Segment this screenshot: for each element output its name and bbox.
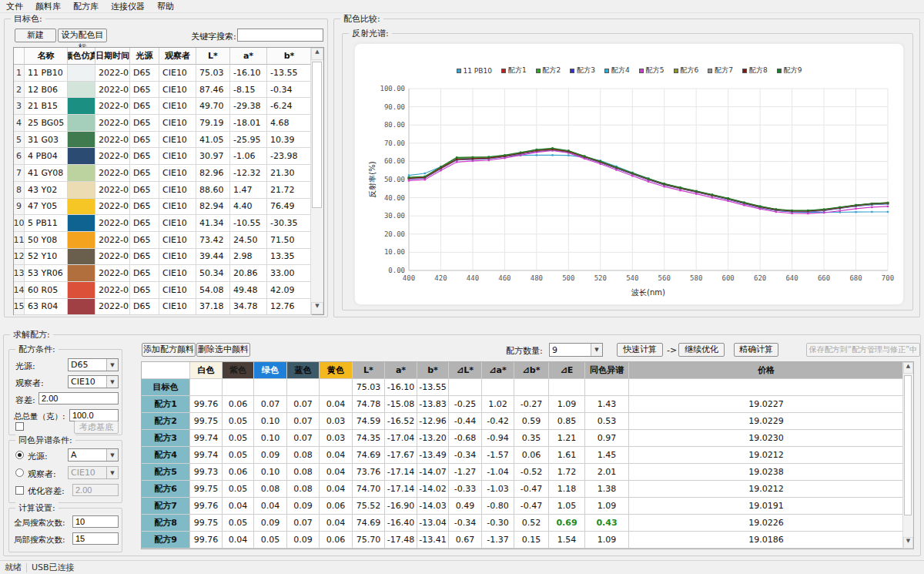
- svg-text:30.00: 30.00: [384, 212, 405, 220]
- recipe-row[interactable]: 配方999.760.040.050.090.0675.70-17.48-13.4…: [142, 532, 913, 549]
- value-column-header[interactable]: ⊿a*: [482, 362, 514, 379]
- recipe-table-scrollbar[interactable]: ▲ ▼: [902, 362, 913, 549]
- menu-file[interactable]: 文件: [0, 0, 29, 13]
- target-row[interactable]: 321 B152022-0...D65CIE1049.70-29.38-6.24: [14, 98, 323, 115]
- target-table-scrollbar[interactable]: ▲ ▼: [310, 48, 323, 314]
- cell: 74.70: [353, 481, 385, 498]
- column-header[interactable]: 观察者: [159, 48, 196, 65]
- pigment-column-header[interactable]: 白色: [190, 362, 223, 379]
- target-row[interactable]: 111 PB102022-0...D65CIE1075.03-16.10-13.…: [14, 65, 323, 82]
- menu-recipe-library[interactable]: 配方库: [67, 0, 105, 13]
- optimize-tolerance-input[interactable]: [72, 484, 119, 496]
- column-header[interactable]: b*: [267, 48, 312, 65]
- scroll-down-button[interactable]: ▼: [311, 302, 323, 314]
- metamerism-observer-select[interactable]: CIE10▼: [68, 466, 119, 479]
- recipe-row[interactable]: 配方799.760.040.040.090.0675.52-16.90-14.0…: [142, 498, 913, 515]
- quick-calc-button[interactable]: 快速计算: [617, 343, 663, 357]
- target-row[interactable]: 425 BG052022-0...D65CIE1079.19-18.014.68: [14, 115, 323, 132]
- consider-substrate-button[interactable]: 考虑基底: [74, 421, 119, 434]
- cell: 0.07: [287, 515, 320, 532]
- cell: 2022-0...: [95, 132, 130, 149]
- value-column-header[interactable]: ⊿L*: [449, 362, 482, 379]
- menu-pigment-library[interactable]: 颜料库: [29, 0, 67, 13]
- save-recipe-button[interactable]: 保存配方到“配方管理与修正”中: [806, 343, 920, 357]
- target-row[interactable]: 947 Y052022-0...D65CIE1082.944.4076.49: [14, 199, 323, 216]
- keyword-search-input[interactable]: [237, 29, 323, 42]
- set-as-target-button[interactable]: 设为配色目标: [58, 29, 107, 42]
- scroll-up-button[interactable]: ▲: [903, 362, 913, 374]
- column-header[interactable]: 日期时间: [95, 48, 130, 65]
- pigment-column-header[interactable]: 绿色: [254, 362, 287, 379]
- pigment-column-header[interactable]: 紫色: [223, 362, 254, 379]
- recipe-row-label: 配方6: [142, 481, 190, 498]
- target-row[interactable]: 1563 R042022-0...D65CIE1037.1834.7812.76: [14, 299, 323, 316]
- target-row[interactable]: 64 PB042022-0...D65CIE1030.97-1.06-23.98: [14, 148, 323, 165]
- column-header[interactable]: 光源: [130, 48, 159, 65]
- target-row[interactable]: 741 GY082022-0...D65CIE1082.96-12.3221.3…: [14, 165, 323, 182]
- menu-help[interactable]: 帮助: [151, 0, 180, 13]
- recipe-row[interactable]: 配方699.750.050.080.080.0474.70-17.14-14.0…: [142, 481, 913, 498]
- delete-pigment-button[interactable]: 删除选中颜料: [196, 343, 250, 357]
- new-button[interactable]: 新建: [15, 29, 56, 42]
- recipe-row[interactable]: 配方899.750.050.090.070.0474.69-16.40-13.0…: [142, 515, 913, 532]
- recipe-row[interactable]: 配方599.730.060.100.080.0473.76-17.14-14.0…: [142, 464, 913, 481]
- value-column-header[interactable]: 同色异谱: [585, 362, 629, 379]
- recipe-row[interactable]: 配方199.760.060.070.070.0474.78-15.08-13.8…: [142, 396, 913, 413]
- local-search-input[interactable]: [72, 532, 119, 545]
- illuminant-select[interactable]: D65▼: [68, 358, 119, 371]
- value-column-header[interactable]: 价格: [629, 362, 904, 379]
- recipe-row[interactable]: 配方299.750.050.100.070.0374.59-16.52-12.9…: [142, 413, 913, 430]
- value-column-header[interactable]: ⊿E: [549, 362, 585, 379]
- legend-item: 配方7: [708, 65, 733, 76]
- total-amount-input[interactable]: [69, 409, 119, 421]
- scroll-thumb[interactable]: [312, 62, 322, 208]
- target-row[interactable]: 105 PB112022-0...D65CIE1041.34-10.55-30.…: [14, 215, 323, 232]
- column-header[interactable]: a*: [230, 48, 267, 65]
- recipe-row[interactable]: 配方399.740.050.100.070.0374.35-17.04-13.2…: [142, 430, 913, 447]
- status-separator: [26, 563, 27, 572]
- legend-item: 配方2: [536, 65, 561, 76]
- tolerance-input[interactable]: [38, 392, 119, 404]
- scroll-down-button[interactable]: ▼: [903, 537, 913, 549]
- target-row[interactable]: 1353 YR062022-0...D65CIE1050.3420.8633.0…: [14, 265, 323, 282]
- precise-calc-button[interactable]: 精确计算: [734, 343, 778, 357]
- svg-text:90.00: 90.00: [384, 103, 405, 111]
- target-row[interactable]: 1460 R052022-0...D65CIE1054.0849.4842.09: [14, 282, 323, 299]
- svg-text:50.00: 50.00: [384, 176, 405, 183]
- target-row[interactable]: 1150 Y082022-0...D65CIE1073.4224.5071.50: [14, 232, 323, 249]
- value-column-header[interactable]: L*: [353, 362, 385, 379]
- cell: 0.08: [254, 481, 287, 498]
- value-column-header[interactable]: a*: [385, 362, 417, 379]
- cell: 88.60: [196, 182, 230, 199]
- substrate-checkbox[interactable]: [15, 422, 24, 431]
- optimize-tolerance-checkbox[interactable]: [15, 486, 24, 495]
- menu-connect-instrument[interactable]: 连接仪器: [105, 0, 151, 13]
- target-row[interactable]: 843 Y022022-0...D65CIE1088.601.4721.72: [14, 182, 323, 199]
- value-column-header[interactable]: ⊿b*: [514, 362, 549, 379]
- recipe-row[interactable]: 配方499.740.050.090.080.0474.69-17.67-13.4…: [142, 447, 913, 464]
- cell: 99.74: [190, 430, 223, 447]
- value-column-header[interactable]: b*: [417, 362, 449, 379]
- legend-item: 配方4: [604, 65, 630, 76]
- pigment-column-header[interactable]: 黄色: [320, 362, 353, 379]
- recipe-row[interactable]: 目标色75.03-16.10-13.55: [142, 379, 913, 396]
- scroll-up-button[interactable]: ▲: [311, 48, 323, 60]
- observer-select[interactable]: CIE10▼: [68, 375, 119, 388]
- target-row[interactable]: 531 G032022-0...D65CIE1041.05-25.9510.39: [14, 132, 323, 149]
- continue-optimize-button[interactable]: 继续优化: [678, 343, 725, 357]
- add-pigment-button[interactable]: 添加配方颜料: [142, 343, 196, 357]
- target-row[interactable]: 1252 Y102022-0...D65CIE1039.442.9813.35: [14, 249, 323, 266]
- scroll-thumb[interactable]: [904, 375, 912, 515]
- metamerism-illuminant-radio[interactable]: [15, 451, 24, 459]
- recipe-count-select[interactable]: 9▼: [549, 343, 603, 357]
- target-row[interactable]: 212 B062022-0...D65CIE1087.46-8.15-0.34: [14, 82, 323, 99]
- cell: 20.86: [230, 265, 267, 282]
- metamerism-observer-radio[interactable]: [15, 468, 24, 477]
- pigment-column-header[interactable]: 蓝色: [287, 362, 320, 379]
- column-header[interactable]: 颜色仿真: [68, 48, 95, 65]
- column-header[interactable]: L*: [196, 48, 230, 65]
- cell: CIE10: [159, 182, 196, 199]
- metamerism-illuminant-select[interactable]: A▼: [68, 448, 119, 462]
- global-search-input[interactable]: [72, 515, 119, 528]
- column-header[interactable]: 名称: [25, 48, 68, 65]
